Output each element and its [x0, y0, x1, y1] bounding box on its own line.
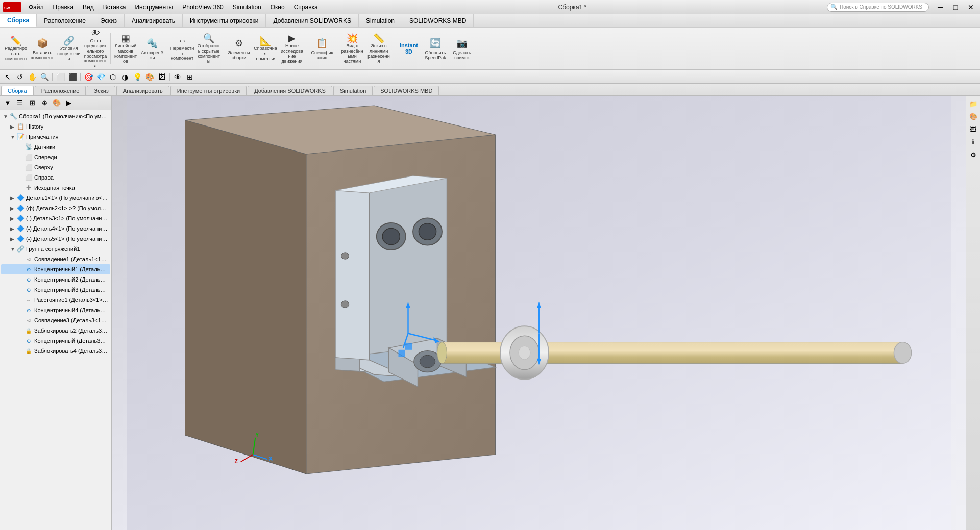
menu-file[interactable]: Файл	[24, 3, 48, 12]
3d-viewport[interactable]: X Y Z	[112, 96, 966, 530]
menu-photoview[interactable]: PhotoView 360	[178, 3, 228, 12]
minimize-button[interactable]: ─	[933, 2, 947, 13]
tree-mate1[interactable]: ⊲ Совпадение1 (Деталь1<1>,Деталь2<	[1, 254, 110, 264]
sb-pin-btn[interactable]: ⊕	[39, 97, 50, 109]
qa-scenes[interactable]: 🖼	[156, 71, 167, 83]
btn-exploded-view[interactable]: 💥 Вид с разнесёнными частями	[339, 34, 365, 63]
tree-mate10[interactable]: 🔒 Заблокировать4 (Деталь3<1>,Дета...	[1, 346, 110, 356]
sb-next-btn[interactable]: ▶	[63, 97, 75, 109]
menu-help[interactable]: Справка	[290, 3, 322, 12]
tab-solidworks-addons[interactable]: Добавления SOLIDWORKS	[248, 86, 332, 95]
qa-select[interactable]: ⬜	[55, 71, 66, 83]
menu-simulation[interactable]: Simulation	[229, 3, 265, 12]
qa-wireframe[interactable]: ⬡	[107, 71, 118, 83]
help-search-box[interactable]: 🔍 Поиск в Справке по SOLIDWORKS	[827, 3, 929, 12]
menu-edit[interactable]: Правка	[49, 3, 78, 12]
tree-mate8[interactable]: 🔒 Заблокировать2 (Деталь3<1>,Деталь	[1, 325, 110, 336]
tree-detail3[interactable]: ▶ 🔷 (-) Деталь3<1> (По умолчанию<По ум	[1, 213, 110, 223]
qa-appearance[interactable]: 🎨	[144, 71, 155, 83]
tab-render-tools[interactable]: Инструменты отрисовки	[170, 86, 247, 95]
qa-section[interactable]: ◑	[119, 71, 131, 83]
menu-window[interactable]: Окно	[266, 3, 289, 12]
tab-addons[interactable]: Добавления SOLIDWORKS	[266, 14, 359, 27]
qa-shaded[interactable]: 💎	[95, 71, 106, 83]
btn-mate[interactable]: 🔗 Условия сопряжения	[56, 34, 82, 63]
tree-mate2[interactable]: ⊙ Концентричный1 (Деталь1<1>,Дета...	[1, 264, 110, 274]
tree-top[interactable]: ⬜ Сверху	[1, 162, 110, 172]
rp-manager-btn[interactable]: 📁	[968, 98, 979, 109]
menu-tools[interactable]: Инструменты	[131, 3, 177, 12]
tree-notes[interactable]: ▼ 📝 Примечания	[1, 132, 110, 142]
btn-bom[interactable]: 📋 Спецификация	[309, 34, 335, 63]
btn-move-component[interactable]: ↔ Переместить компонент	[169, 34, 195, 63]
tab-mbd[interactable]: SOLIDWORKS MBD	[402, 14, 474, 27]
qa-view-orient[interactable]: 🎯	[83, 71, 94, 83]
btn-show-hidden[interactable]: 🔍 Отобразить скрытые компоненты	[196, 34, 222, 63]
qa-rotate[interactable]: ↺	[14, 71, 26, 83]
tab-simulation-mode[interactable]: Simulation	[333, 86, 373, 95]
tab-sketch-mode[interactable]: Эскиз	[87, 86, 115, 95]
btn-show-hidden-label: Отобразить скрытые компоненты	[197, 44, 221, 64]
tree-mate9[interactable]: ⊙ Концентричный (Деталь3<1>,Дета...	[1, 336, 110, 346]
tree-detail2[interactable]: ▶ 🔷 (ф) Деталь2<1>->? (По умолчанию<П	[1, 203, 110, 213]
sb-color-btn[interactable]: 🎨	[51, 97, 62, 109]
tree-history[interactable]: ▶ 📋 History	[1, 121, 110, 132]
sb-list-btn[interactable]: ☰	[14, 97, 26, 109]
tree-sensors[interactable]: 📡 Датчики	[1, 142, 110, 152]
qa-arrow[interactable]: ↖	[2, 71, 13, 83]
tree-detail4[interactable]: ▶ 🔷 (-) Деталь4<1> (По умолчанию<По ум	[1, 223, 110, 234]
qa-lights[interactable]: 💡	[132, 71, 143, 83]
tree-mategroup[interactable]: ▼ 🔗 Группа сопряжений1	[1, 244, 110, 254]
tab-render[interactable]: Инструменты отрисовки	[183, 14, 266, 27]
qa-zoom[interactable]: 🔍	[39, 71, 50, 83]
tab-layout[interactable]: Расположение	[37, 14, 93, 27]
notes-icon: 📝	[16, 133, 24, 141]
tree-mate7[interactable]: ⊲ Совпадение3 (Деталь3<1>,Деталь4<	[1, 315, 110, 325]
rp-custom-btn[interactable]: ⚙	[968, 149, 979, 160]
qa-display[interactable]: 👁	[172, 71, 183, 83]
qa-grid[interactable]: ⊞	[184, 71, 195, 83]
btn-assembly-features[interactable]: ⚙ Элементы сборки	[226, 34, 252, 63]
tree-mate3[interactable]: ⊙ Концентричный2 (Деталь1<1>,Дета...	[1, 274, 110, 285]
rp-scene-btn[interactable]: 🖼	[968, 123, 979, 135]
tree-mate5[interactable]: ↔ Расстояние1 (Деталь3<1>,Деталь1<	[1, 295, 110, 305]
btn-motion-study[interactable]: ▶ Новое исследование движения	[279, 34, 305, 63]
tree-root[interactable]: ▼ 🔧 Сборка1 (По умолчанию<По умолчанию_С	[1, 111, 110, 121]
tab-assembly-manager[interactable]: Сборка	[1, 86, 34, 95]
maximize-button[interactable]: □	[948, 2, 963, 13]
btn-explode-lines[interactable]: 📏 Эскиз с линиями разнесения	[366, 34, 391, 63]
qa-pan[interactable]: ✋	[27, 71, 38, 83]
btn-insert-component[interactable]: 📦 Вставить компонент	[30, 34, 55, 63]
tab-sketch[interactable]: Эскиз	[93, 14, 125, 27]
btn-fasteners[interactable]: 🔩 Автокрепёжи	[139, 34, 165, 63]
btn-instant3d[interactable]: Instant3D	[396, 34, 422, 63]
sb-expand-btn[interactable]: ⊞	[27, 97, 38, 109]
tab-analyze[interactable]: Анализировать	[125, 14, 183, 27]
close-button[interactable]: ✕	[964, 2, 978, 13]
btn-linear-pattern[interactable]: ▦ Линейный массив компонентов	[113, 34, 138, 63]
rp-display-btn[interactable]: 🎨	[968, 111, 979, 122]
mate8-icon: 🔒	[24, 326, 33, 335]
tree-mate6[interactable]: ⊙ Концентричный4 (Деталь3<1>,Дета...	[1, 305, 110, 315]
tree-front[interactable]: ⬜ Спереди	[1, 152, 110, 162]
btn-speedpak[interactable]: 🔄 Обновить SpeedPak	[423, 34, 448, 63]
tree-detail1[interactable]: ▶ 🔷 Деталь1<1> (По умолчанию<По умол	[1, 193, 110, 203]
btn-snapshot[interactable]: 📷 Сделать снимок	[449, 34, 475, 63]
menu-view[interactable]: Вид	[79, 3, 98, 12]
rp-properties-btn[interactable]: ℹ	[968, 136, 979, 147]
btn-preview-window[interactable]: 👁 Окно предварительного просмотра компон…	[83, 34, 108, 63]
qa-box-select[interactable]: ⬛	[67, 71, 78, 83]
tree-mate4[interactable]: ⊙ Концентричный3 (Деталь1<1>,Дета...	[1, 285, 110, 295]
tree-detail5[interactable]: ▶ 🔷 (-) Деталь5<1> (По умолчанию<По ум	[1, 234, 110, 244]
tab-sim[interactable]: Simulation	[359, 14, 402, 27]
sb-filter-btn[interactable]: ▼	[2, 97, 13, 109]
tab-layout-mode[interactable]: Расположение	[35, 86, 86, 95]
btn-ref-geom[interactable]: 📐 Справочная геометрия	[253, 34, 278, 63]
tab-assembly[interactable]: Сборка	[0, 14, 37, 27]
tree-origin[interactable]: ✚ Исходная точка	[1, 183, 110, 193]
tab-analyze-mode[interactable]: Анализировать	[116, 86, 169, 95]
menu-insert[interactable]: Вставка	[99, 3, 130, 12]
tab-mbd-mode[interactable]: SOLIDWORKS MBD	[374, 86, 439, 95]
btn-edit-component[interactable]: ✏️ Редактировать компонент	[3, 34, 29, 63]
tree-right[interactable]: ⬜ Справа	[1, 172, 110, 183]
